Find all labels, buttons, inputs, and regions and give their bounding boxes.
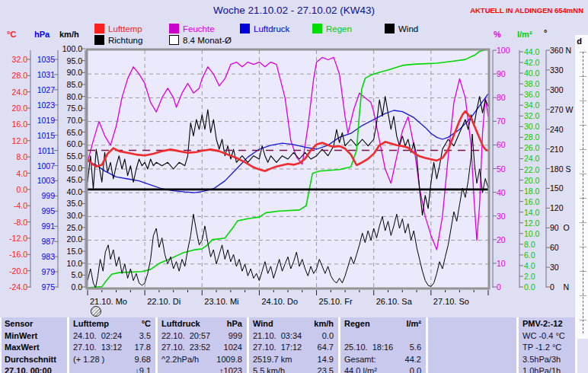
axis-tick-label: 1019 [37,116,55,124]
axis-tick-label: 979 [41,268,55,276]
table-cell-value: 0.0 [249,331,334,341]
legend-label: Luftdruck [254,24,289,33]
axis-tick-label: 60.0 [67,140,82,148]
table-cell-value: 64.7 [249,343,334,352]
axis-tick-label: 55.0 [67,152,82,160]
axis-tick-label: 240 [550,126,564,133]
axis-tick-label: 995 [41,207,55,215]
legend-label: 8.4 Monat-Ø [183,36,232,45]
legend-item-richtung: Richtung [94,35,142,44]
table-col-unit: km/h [249,319,334,329]
table-cell-value: 9.68 [69,355,151,365]
axis-tick-label: 5.0 [71,271,82,279]
axis-tick-label: 210 [550,145,564,153]
axis-tick-label: 1015 [37,132,55,139]
axis-tick-label: 32.0 [524,112,539,120]
table-cell-desc: 3.5hPa/3h [522,355,561,365]
legend-item-lufttemp: Lufttemp [94,24,142,33]
axis-tick-label: 12.0 [12,137,27,145]
axis-tick-label: 999 [41,192,55,199]
axis-tick-label: 2.0 [524,273,535,280]
axis-tick-label: 16.0 [524,198,539,206]
axis-tick-label: 360 N [550,46,571,54]
axis-tick-label: 25.0 [67,224,82,231]
axis-tick-label: 40 [497,189,506,196]
axis-tick-label: 1011 [37,147,55,155]
axis-tick-label: 20.0 [67,235,82,243]
axis-tick-label: 4.0 [524,262,535,269]
axis-tick-label: 100.0 [62,45,82,53]
axis-tick-label: 42.0 [524,59,539,66]
legend-swatch-icon [312,24,322,33]
table-cell-value: 23.5 [249,366,334,373]
axis-tick-label: -16.0 [9,250,27,258]
axis-tick-label: 50.0 [67,164,82,172]
table-cell-value: 5.6 [340,343,421,352]
axis-tick-label: -12.0 [9,234,27,242]
axis-tick-label: 1003 [37,177,55,184]
weather-app-window: Woche 21.10.02 - 27.10.02 (KW43) AKTUELL… [0,0,588,373]
unit-kmh: km/h [59,30,79,39]
axis-tick-label: 34.0 [524,101,539,109]
table-cell-value: ↑1023 [158,366,242,373]
axis-tick-label: 30.0 [67,212,82,219]
axis-tick-label: 35.0 [67,199,82,207]
x-axis-day-label: 24.10. Do [261,297,298,306]
x-axis-day-label: 23.10. Mi [204,297,238,306]
axis-tick-label: 100 [497,46,510,54]
axis-tick-label: 90.0 [67,69,82,76]
axis-tick-label: -4.0 [14,202,27,209]
x-axis-day-label: 27.10. So [433,297,469,306]
x-axis-day-label: 25.10. Fr [319,297,353,306]
axis-tick-label: 1031 [37,71,55,78]
axis-tick-label: 12.0 [524,219,539,227]
status-banner: AKTUELL IN ALDINGEN 654mNN [470,6,583,14]
axis-tick-label: 95.0 [67,57,82,65]
axis-tick-label: 0.0 [16,186,27,193]
table-cell-value: 17.8 [69,343,151,352]
axis-tick-label: 85.0 [67,81,82,88]
axis-tick-label: 20.0 [524,177,539,184]
table-cell-value: 999 [158,331,242,341]
axis-tick-label: -24.0 [9,283,27,291]
table-cell-value: 1009.8 [158,355,242,365]
axis-tick-label: 6.0 [524,251,535,259]
table-cell-value: 1024 [158,343,242,352]
axis-tick-label: 60 [497,141,506,148]
legend-label: Lufttemp [108,24,142,33]
axis-tick-label: 0.0 [71,283,82,291]
axis-tick-label: 987 [41,238,55,245]
axis-tick-label: 44.0 [524,48,539,56]
axis-tick-label: 32.0 [12,56,27,63]
axis-tick-label: 20.0 [12,104,27,112]
axis-tick-label: 1035 [37,56,55,63]
table-column-bg [428,317,516,373]
axis-tick-label: 8.0 [16,153,27,161]
axis-tick-label: 70 [497,117,506,125]
table-col-header: PMV-2:-12 [522,319,563,329]
axis-tick-label: 90 [497,70,506,78]
axis-tick-label: 1007 [37,162,55,170]
table-cell-value: ↓9.1 [69,366,151,373]
axis-tick-label: 28.0 [524,133,539,141]
axis-tick-label: 10 [497,260,506,267]
axis-tick-label: 65.0 [67,129,82,136]
table-row-label: Durchschnitt [5,355,56,365]
axis-tick-label: 8.0 [524,241,535,248]
axis-tick-label: -8.0 [14,218,27,226]
axis-tick-label: 16.0 [12,120,27,128]
axis-tick-label: 40.0 [524,69,539,77]
table-cell-desc: 1.0hPa/1h [522,366,561,373]
legend-item-feuchte: Feuchte [169,24,215,33]
axis-tick-label: 300 [550,86,564,94]
legend-label: Feuchte [183,24,215,33]
axis-tick-label: 20 [497,236,506,244]
axis-tick-label: 38.0 [524,80,539,88]
axis-tick-label: 330 [550,66,564,74]
axis-tick-label: 30 [550,263,559,271]
axis-tick-label: 975 [41,283,55,291]
table-col-unit: °C [69,319,151,329]
legend-swatch-icon [240,24,250,33]
axis-tick-label: 15.0 [67,247,82,255]
table-cell-desc: TP -1.2 °C [522,343,561,352]
